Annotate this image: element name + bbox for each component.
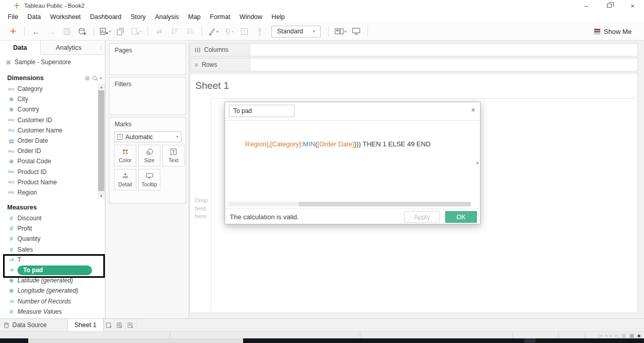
measure-field-row[interactable]: Latitude (generated) (0, 275, 98, 285)
swap-rows-columns-button[interactable]: ⇄ (154, 25, 165, 37)
tab-data[interactable]: Data (0, 41, 40, 55)
tab-sheet-1[interactable]: Sheet 1 (67, 319, 104, 331)
menu-item[interactable]: Help (267, 12, 289, 22)
close-button[interactable]: × (621, 0, 644, 11)
detail-button[interactable]: Detail (114, 169, 136, 190)
measure-field-row[interactable]: Measure Values (0, 307, 98, 317)
new-story-tab-button[interactable] (125, 319, 136, 331)
tab-analytics[interactable]: Analytics (40, 41, 97, 54)
scrollbar-thumb[interactable] (98, 90, 104, 191)
calculation-name-input[interactable] (229, 105, 295, 117)
presentation-mode-button[interactable] (351, 25, 362, 37)
menu-item[interactable]: Analysis (150, 12, 183, 22)
field-type-icon (5, 246, 17, 253)
view-data-grid-icon[interactable]: ⊞ (85, 75, 89, 81)
taskbar-app-segment[interactable] (28, 338, 243, 343)
dimension-field-row[interactable]: Customer ID (0, 115, 98, 125)
sort-descending-button[interactable] (185, 25, 196, 37)
dimension-field-row[interactable]: Order ID (0, 146, 98, 156)
windows-taskbar[interactable] (0, 338, 644, 343)
measure-field-row[interactable]: T (0, 255, 98, 265)
measure-field-row[interactable]: Quantity (0, 234, 98, 244)
mark-type-dropdown[interactable]: T Automatic ▾ (114, 131, 181, 142)
measure-field-row[interactable]: Sales (0, 244, 98, 255)
menu-item[interactable]: Dashboard (85, 12, 126, 22)
text-button[interactable]: Text (162, 145, 185, 166)
dimension-field-row[interactable]: Order Date (0, 136, 98, 146)
fit-mode-select[interactable]: Standard ▾ (271, 26, 321, 37)
fix-axes-button[interactable] (254, 25, 265, 37)
scroll-down-icon[interactable]: ▾ (98, 193, 105, 199)
formula-editor[interactable]: Region],[Category]:MIN([Order Date]))) T… (229, 125, 431, 148)
measure-field-row[interactable]: To pad (0, 265, 98, 275)
measure-field-row[interactable]: Longitude (generated) (0, 285, 98, 296)
new-dashboard-tab-button[interactable] (115, 319, 125, 331)
dimension-field-row[interactable]: Region (0, 187, 98, 198)
first-page-icon[interactable]: |◂ (599, 333, 602, 338)
scroll-up-icon[interactable]: ▴ (98, 84, 105, 90)
columns-shelf[interactable]: Columns (190, 43, 638, 56)
formula-segment: MIN (303, 140, 315, 148)
last-page-icon[interactable]: ▸| (615, 333, 618, 338)
measure-field-row[interactable]: Profit (0, 223, 98, 234)
restore-icon (607, 4, 612, 8)
dimension-field-row[interactable]: Customer Name (0, 125, 98, 136)
rows-shelf[interactable]: ≡ Rows (190, 58, 638, 71)
size-button[interactable]: Size (138, 145, 160, 166)
tab-data-source[interactable]: Data Source (0, 319, 54, 331)
caret-down-icon[interactable]: ▾ (100, 76, 102, 81)
pages-card[interactable]: Pages (109, 43, 186, 75)
menu-item[interactable]: Story (126, 12, 150, 22)
expand-functions-arrow[interactable]: ▸ (476, 160, 479, 165)
datasource-row[interactable]: ⊞ Sample - Superstore (0, 56, 105, 68)
menu-item[interactable]: File (3, 12, 23, 22)
menu-item[interactable]: Format (205, 12, 235, 22)
pane-menu-icon[interactable]: ⋮ (97, 41, 105, 54)
minimize-button[interactable]: – (575, 0, 598, 11)
scrollbar-thumb[interactable] (299, 202, 471, 206)
show-mark-labels-button[interactable]: T (238, 25, 250, 37)
highlight-button[interactable]: ▾ (208, 25, 219, 37)
dimensions-scrollbar[interactable]: ▴ ▾ (98, 84, 105, 199)
dimension-field-row[interactable]: Category (0, 84, 98, 94)
show-filmstrip-view-icon[interactable]: ■ (637, 333, 640, 338)
restore-button[interactable] (598, 0, 621, 11)
redo-button[interactable]: → (46, 25, 57, 37)
dimension-field-row[interactable]: Country (0, 104, 98, 115)
show-hide-cards-button[interactable]: ▾ (335, 25, 346, 37)
dimension-field-row[interactable]: Product ID (0, 167, 98, 177)
menu-item[interactable]: Data (23, 12, 45, 22)
duplicate-sheet-button[interactable] (115, 25, 126, 37)
sort-ascending-button[interactable] (169, 25, 180, 37)
dimension-field-row[interactable]: Postal Code (0, 156, 98, 166)
next-page-icon[interactable]: ▸ (610, 333, 612, 338)
new-data-source-button[interactable] (77, 25, 88, 37)
color-button[interactable]: Color (114, 145, 136, 166)
show-tabs-view-icon[interactable]: ▦ (621, 333, 626, 338)
save-button[interactable] (61, 25, 72, 37)
filters-card[interactable]: Filters (109, 77, 186, 115)
menu-item[interactable]: Map (183, 12, 205, 22)
tableau-logo-icon[interactable] (7, 25, 19, 37)
group-members-button[interactable]: ▾ (223, 25, 234, 37)
previous-page-icon[interactable]: ◂ (605, 333, 607, 338)
search-icon[interactable] (93, 76, 97, 80)
clear-sheet-button[interactable]: ▾ (131, 25, 142, 37)
menu-item[interactable]: Window (235, 12, 267, 22)
dimension-field-row[interactable]: City (0, 94, 98, 104)
dialog-close-button[interactable]: × (471, 105, 475, 114)
measure-field-row[interactable]: Discount (0, 213, 98, 223)
formula-hscrollbar[interactable] (228, 202, 471, 206)
show-sheet-sorter-icon[interactable]: ▦ (630, 333, 634, 338)
show-me-button[interactable]: Show Me (594, 28, 632, 35)
new-worksheet-tab-button[interactable] (104, 319, 115, 331)
dimension-field-row[interactable]: Product Name (0, 177, 98, 187)
ok-button[interactable]: OK (445, 211, 477, 223)
new-worksheet-button[interactable]: ▾ (100, 25, 111, 37)
measure-field-row[interactable]: Number of Records (0, 296, 98, 307)
apply-button[interactable]: Apply (404, 211, 440, 223)
taskbar-app-segment[interactable] (524, 338, 536, 343)
tooltip-button[interactable]: Tooltip (138, 169, 160, 190)
menu-item[interactable]: Worksheet (46, 12, 86, 22)
undo-button[interactable]: ← (30, 25, 42, 37)
